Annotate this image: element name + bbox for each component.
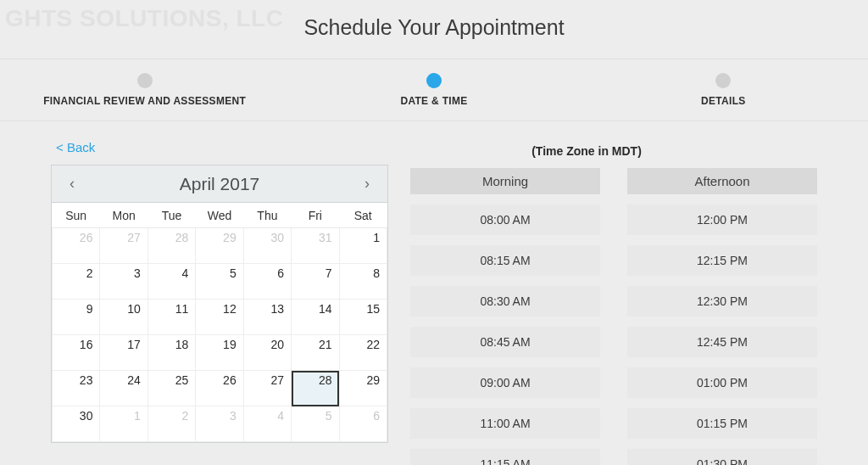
time-slot[interactable]: 12:15 PM bbox=[627, 245, 817, 276]
calendar-day[interactable]: 23 bbox=[53, 371, 100, 406]
time-slot[interactable]: 08:00 AM bbox=[410, 204, 600, 235]
calendar-day: 2 bbox=[147, 406, 195, 442]
calendar-day[interactable]: 24 bbox=[100, 371, 147, 406]
slot-column-header: Morning bbox=[410, 168, 600, 194]
step-dot-icon bbox=[426, 73, 442, 88]
time-slot[interactable]: 12:30 PM bbox=[627, 286, 817, 317]
calendar-day[interactable]: 12 bbox=[196, 300, 243, 335]
calendar-day[interactable]: 5 bbox=[196, 264, 243, 300]
step-dot-icon bbox=[715, 73, 731, 88]
timezone-label: (Time Zone in MDT) bbox=[356, 144, 817, 158]
calendar-dow: Sat bbox=[339, 203, 387, 228]
calendar-day[interactable]: 2 bbox=[53, 264, 100, 300]
time-slot[interactable]: 01:00 PM bbox=[627, 367, 817, 398]
step-date-time[interactable]: DATE & TIME bbox=[289, 59, 578, 120]
calendar-day[interactable]: 14 bbox=[292, 300, 339, 335]
calendar-day: 27 bbox=[100, 228, 147, 264]
calendar-day: 1 bbox=[100, 406, 147, 442]
calendar-dow: Wed bbox=[196, 203, 243, 228]
calendar-day[interactable]: 16 bbox=[53, 335, 100, 371]
calendar-day: 4 bbox=[243, 406, 291, 442]
calendar-day[interactable]: 3 bbox=[100, 264, 147, 300]
calendar-day[interactable]: 25 bbox=[147, 371, 195, 406]
calendar: ‹ April 2017 › SunMonTueWedThuFriSat 262… bbox=[51, 165, 388, 443]
calendar-dow: Tue bbox=[147, 203, 195, 228]
calendar-day: 30 bbox=[243, 228, 291, 264]
time-slot[interactable]: 11:00 AM bbox=[410, 408, 600, 439]
calendar-day[interactable]: 11 bbox=[147, 300, 195, 335]
step-label: DATE & TIME bbox=[400, 95, 467, 107]
calendar-day[interactable]: 13 bbox=[243, 300, 291, 335]
time-slot[interactable]: 08:30 AM bbox=[410, 286, 600, 317]
calendar-day[interactable]: 20 bbox=[243, 335, 291, 371]
calendar-day: 28 bbox=[147, 228, 195, 264]
slot-column: Morning08:00 AM08:15 AM08:30 AM08:45 AM0… bbox=[410, 168, 600, 465]
calendar-day[interactable]: 10 bbox=[100, 300, 147, 335]
calendar-day: 29 bbox=[196, 228, 243, 264]
calendar-grid: SunMonTueWedThuFriSat 262728293031123456… bbox=[52, 203, 387, 442]
time-slot[interactable]: 01:30 PM bbox=[627, 449, 817, 465]
step-financial-review[interactable]: FINANCIAL REVIEW AND ASSESSMENT bbox=[0, 59, 289, 120]
calendar-dow: Fri bbox=[292, 203, 339, 228]
slot-column: Afternoon12:00 PM12:15 PM12:30 PM12:45 P… bbox=[627, 168, 817, 465]
calendar-header: ‹ April 2017 › bbox=[52, 165, 387, 203]
calendar-day[interactable]: 8 bbox=[339, 264, 387, 300]
calendar-day[interactable]: 27 bbox=[243, 371, 291, 406]
calendar-day[interactable]: 9 bbox=[53, 300, 100, 335]
calendar-day[interactable]: 21 bbox=[292, 335, 339, 371]
calendar-day[interactable]: 30 bbox=[53, 406, 100, 442]
calendar-dow: Sun bbox=[53, 203, 100, 228]
calendar-next-icon[interactable]: › bbox=[357, 175, 377, 193]
time-slot[interactable]: 12:00 PM bbox=[627, 204, 817, 235]
calendar-day: 31 bbox=[292, 228, 339, 264]
step-label: FINANCIAL REVIEW AND ASSESSMENT bbox=[43, 95, 246, 107]
time-slots: Morning08:00 AM08:15 AM08:30 AM08:45 AM0… bbox=[410, 168, 817, 465]
step-details[interactable]: DETAILS bbox=[579, 59, 868, 120]
calendar-dow: Thu bbox=[243, 203, 291, 228]
calendar-day: 3 bbox=[196, 406, 243, 442]
calendar-day[interactable]: 19 bbox=[196, 335, 243, 371]
calendar-day[interactable]: 4 bbox=[147, 264, 195, 300]
calendar-day[interactable]: 29 bbox=[339, 371, 387, 406]
calendar-title: April 2017 bbox=[180, 174, 260, 194]
calendar-day[interactable]: 1 bbox=[339, 228, 387, 264]
calendar-day[interactable]: 17 bbox=[100, 335, 147, 371]
time-slot[interactable]: 01:15 PM bbox=[627, 408, 817, 439]
calendar-dow: Mon bbox=[100, 203, 147, 228]
calendar-day[interactable]: 15 bbox=[339, 300, 387, 335]
calendar-day: 6 bbox=[339, 406, 387, 442]
calendar-day[interactable]: 18 bbox=[147, 335, 195, 371]
calendar-day[interactable]: 28 bbox=[292, 371, 339, 406]
time-slot[interactable]: 11:15 AM bbox=[410, 449, 600, 465]
calendar-day[interactable]: 22 bbox=[339, 335, 387, 371]
brand-logo: GHTS SOLUTIONS, LLC bbox=[5, 5, 283, 32]
back-link[interactable]: < Back bbox=[56, 140, 95, 154]
wizard-steps: FINANCIAL REVIEW AND ASSESSMENT DATE & T… bbox=[0, 59, 868, 121]
slot-column-header: Afternoon bbox=[627, 168, 817, 194]
calendar-prev-icon[interactable]: ‹ bbox=[62, 175, 82, 193]
step-dot-icon bbox=[137, 73, 153, 88]
time-slot[interactable]: 12:45 PM bbox=[627, 327, 817, 357]
time-slot[interactable]: 08:45 AM bbox=[410, 327, 600, 357]
calendar-day: 26 bbox=[53, 228, 100, 264]
calendar-day[interactable]: 26 bbox=[196, 371, 243, 406]
calendar-day[interactable]: 7 bbox=[292, 264, 339, 300]
time-slot[interactable]: 09:00 AM bbox=[410, 367, 600, 398]
time-slot[interactable]: 08:15 AM bbox=[410, 245, 600, 276]
calendar-day: 5 bbox=[292, 406, 339, 442]
step-label: DETAILS bbox=[701, 95, 746, 107]
calendar-day[interactable]: 6 bbox=[243, 264, 291, 300]
